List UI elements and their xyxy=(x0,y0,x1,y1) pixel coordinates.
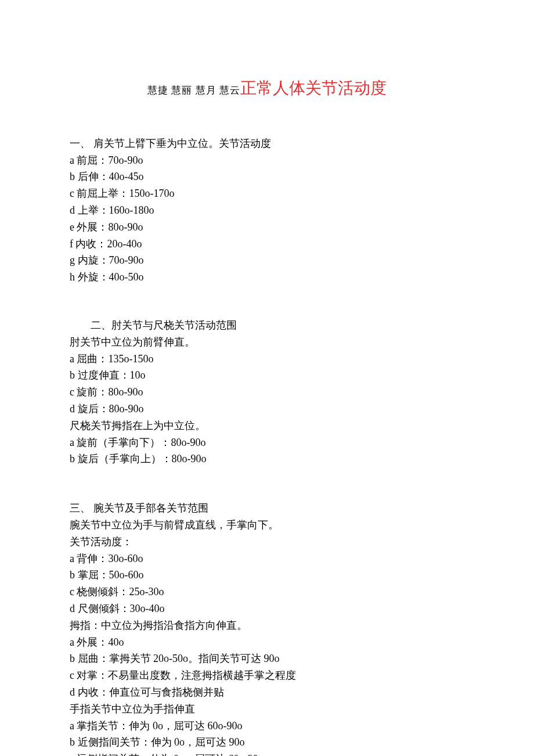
list-item: d 上举：160o-180o xyxy=(70,202,464,219)
list-item: d 内收：伸直位可与食指桡侧并贴 xyxy=(70,684,464,701)
title-prefix: 慧捷 慧丽 慧月 慧云 xyxy=(147,85,240,96)
section-2: 二、肘关节与尺桡关节活动范围 肘关节中立位为前臂伸直。 a 屈曲：135o-15… xyxy=(70,317,464,467)
section-3: 三、 腕关节及手部各关节范围 腕关节中立位为手与前臂成直线，手掌向下。 关节活动… xyxy=(70,500,464,756)
list-item: b 过度伸直：10o xyxy=(70,367,464,384)
title-main: 正常人体关节活动度 xyxy=(240,79,387,97)
body-text: 肘关节中立位为前臂伸直。 xyxy=(70,334,464,351)
list-item: c 前屈上举：150o-170o xyxy=(70,185,464,202)
list-item: b 掌屈：50o-60o xyxy=(70,567,464,584)
list-item: a 掌指关节：伸为 0o，屈可达 60o-90o xyxy=(70,718,464,735)
list-item: b 屈曲：掌拇关节 20o-50o。指间关节可达 90o xyxy=(70,650,464,667)
list-item: h 外旋：40o-50o xyxy=(70,269,464,286)
list-item: g 内旋：70o-90o xyxy=(70,252,464,269)
list-item: a 旋前（手掌向下）：80o-90o xyxy=(70,434,464,451)
body-text: 腕关节中立位为手与前臂成直线，手掌向下。 xyxy=(70,517,464,534)
section-1-heading: 一、 肩关节上臂下垂为中立位。关节活动度 xyxy=(70,135,464,152)
list-item: c 桡侧倾斜：25o-30o xyxy=(70,584,464,600)
list-item: a 前屈：70o-90o xyxy=(70,152,464,169)
list-item: d 旋后：80o-90o xyxy=(70,401,464,417)
list-item: f 内收：20o-40o xyxy=(70,236,464,253)
list-item: a 背伸：30o-60o xyxy=(70,550,464,567)
section-1: 一、 肩关节上臂下垂为中立位。关节活动度 a 前屈：70o-90o b 后伸：4… xyxy=(70,135,464,286)
list-item: b 旋后（手掌向上）：80o-90o xyxy=(70,451,464,467)
list-item: b 近侧指间关节：伸为 0o，屈可达 90o xyxy=(70,734,464,751)
body-text: 关节活动度： xyxy=(70,534,464,550)
body-text: 拇指：中立位为拇指沿食指方向伸直。 xyxy=(70,617,464,634)
list-item: d 尺侧倾斜：30o-40o xyxy=(70,600,464,617)
list-item: b 后伸：40o-45o xyxy=(70,168,464,185)
document-page: 慧捷 慧丽 慧月 慧云正常人体关节活动度 一、 肩关节上臂下垂为中立位。关节活动… xyxy=(0,0,534,756)
section-2-heading: 二、肘关节与尺桡关节活动范围 xyxy=(70,317,464,334)
list-item: c 远侧指间关节：伸为 0o，屈可达 60o-90o xyxy=(70,751,464,756)
body-text: 手指关节中立位为手指伸直 xyxy=(70,701,464,718)
list-item: a 屈曲：135o-150o xyxy=(70,351,464,368)
list-item: a 外展：40o xyxy=(70,634,464,651)
list-item: e 外展：80o-90o xyxy=(70,219,464,236)
list-item: c 对掌：不易量出度数，注意拇指横越手掌之程度 xyxy=(70,667,464,684)
section-3-heading: 三、 腕关节及手部各关节范围 xyxy=(70,500,464,517)
title-line: 慧捷 慧丽 慧月 慧云正常人体关节活动度 xyxy=(70,75,464,102)
body-text: 尺桡关节拇指在上为中立位。 xyxy=(70,417,464,434)
list-item: c 旋前：80o-90o xyxy=(70,384,464,401)
